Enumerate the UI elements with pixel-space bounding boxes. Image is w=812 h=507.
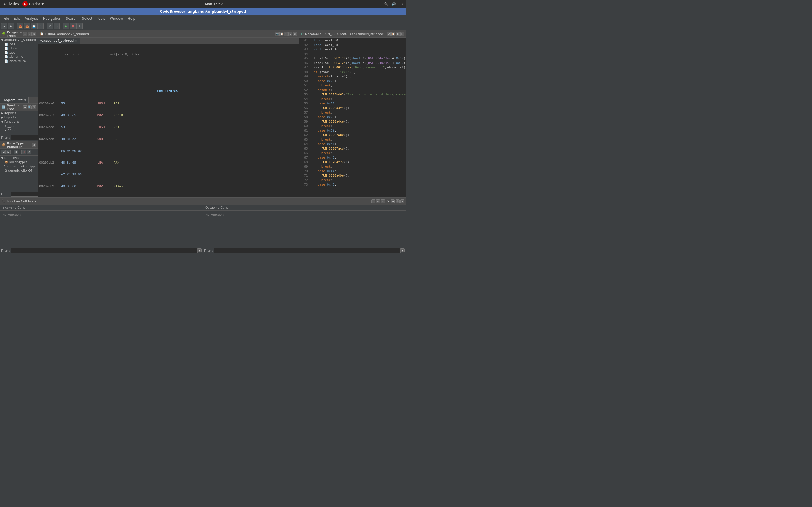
outgoing-filter-options-btn[interactable]: ▼ — [401, 248, 405, 252]
incoming-no-function: No Function — [2, 213, 20, 217]
tree-dynamic[interactable]: 📄 .dynamic — [0, 55, 38, 59]
activities-label[interactable]: Activities — [3, 2, 19, 6]
title-bar: CodeBrowser: angband:/angbandv4_stripped — [0, 8, 406, 15]
listing-close-btn[interactable]: ✕ — [293, 32, 297, 36]
menu-help[interactable]: Help — [125, 16, 138, 21]
ghidra-menu[interactable]: G Ghidra ▼ — [22, 1, 44, 7]
listing-row-2[interactable]: 00207eaa53PUSHRBX — [39, 125, 297, 129]
code-text-68: FUN_00204f22(1); — [310, 160, 351, 165]
menu-window[interactable]: Window — [107, 16, 125, 21]
menu-tools[interactable]: Tools — [95, 16, 108, 21]
line-num-56: 56 — [300, 106, 308, 110]
call-tree-settings-btn[interactable]: ⚙ — [396, 200, 400, 203]
decompile-header-btns: ↺ 📋 ⚙ ✕ — [387, 32, 404, 36]
symbol-exports[interactable]: ▶ Exports — [0, 115, 38, 119]
incoming-filter-input[interactable] — [11, 248, 198, 253]
listing-copy-btn[interactable]: 📋 — [280, 32, 283, 36]
call-tree-refresh-btn[interactable]: ↺ — [376, 200, 380, 203]
incoming-filter-label: Filter: — [1, 249, 10, 252]
symbol-functions[interactable]: ▼ Functions — [0, 119, 38, 124]
listing-mnem-3: SUB — [97, 137, 111, 142]
dtype-settings-btn[interactable]: ⚙ — [14, 150, 18, 154]
line-num-66: 66 — [300, 151, 308, 156]
tree-bss-label: .bss — [9, 42, 15, 46]
menu-file[interactable]: File — [1, 16, 11, 21]
listing-bytes-6: e7 f4 29 00 — [61, 172, 95, 177]
listing-row-5[interactable]: 00207eb248 8d 05LEARAX, — [39, 161, 297, 165]
tree-root[interactable]: ▼ angbandv4_stripped — [0, 38, 38, 42]
line-num-65: 65 — [300, 147, 308, 151]
toolbar-save[interactable]: 💾 — [31, 23, 37, 29]
outgoing-filter-input[interactable] — [214, 248, 401, 253]
decompile-refresh-btn[interactable]: ↺ — [387, 32, 391, 36]
listing-bytes-1: 48 89 e5 — [61, 113, 95, 118]
incoming-filter-options-btn[interactable]: ▼ — [198, 248, 202, 252]
menu-analysis[interactable]: Analysis — [22, 16, 41, 21]
dtype-angband[interactable]: 🗒 angbandv4_strippe — [0, 164, 38, 168]
toolbar-forward[interactable]: ▶ — [8, 23, 14, 29]
listing-cursor-btn[interactable]: ↖ — [284, 32, 288, 36]
listing-content[interactable]: undefined8 Stack[-0xt8]:8 loc FUN_00207e… — [38, 44, 299, 197]
tree-datarelro[interactable]: 📄 .data.rel.ro — [0, 59, 38, 63]
listing-row-0[interactable]: 00207ea655PUSHRBP — [39, 101, 297, 106]
menu-search[interactable]: Search — [64, 16, 80, 21]
program-tree-tab[interactable]: Program Tree ✕ — [0, 97, 29, 103]
symbol-imports[interactable]: ▶ Imports — [0, 111, 38, 115]
call-tree-expand-btn[interactable]: ⤢ — [381, 200, 385, 203]
code-text-63: break; — [310, 137, 333, 142]
dtype-forward-btn[interactable]: ▶ — [6, 150, 11, 154]
decompile-content[interactable]: 41 long local_30; 42 long local_28; 43 u… — [299, 38, 406, 197]
listing-tab-close[interactable]: ✕ — [75, 39, 77, 42]
symbol-tree-close-btn[interactable]: ✕ — [32, 105, 36, 109]
dtype-back-btn[interactable]: ◀ — [1, 150, 6, 154]
menu-edit[interactable]: Edit — [11, 16, 22, 21]
toolbar-settings[interactable]: ⚙ — [77, 23, 83, 29]
toolbar-stop[interactable]: ■ — [70, 23, 76, 29]
toolbar-back[interactable]: ◀ — [1, 23, 7, 29]
toolbar-close[interactable]: ✕ — [38, 23, 44, 29]
tree-got[interactable]: 📄 .got — [0, 50, 38, 55]
file-icon-data: 📄 — [4, 47, 8, 50]
listing-settings-btn[interactable]: ≡ — [289, 32, 292, 36]
code-text-67: case 0x43: — [310, 156, 336, 160]
listing-snapshot-btn[interactable]: 📷 — [275, 32, 279, 36]
symbol-functions-label: Functions — [4, 120, 19, 123]
toolbar-export[interactable]: 📤 — [24, 23, 30, 29]
dtype-delete-btn[interactable]: ✕ — [21, 150, 26, 154]
program-tree-tab-close[interactable]: ✕ — [24, 99, 26, 102]
menu-select[interactable]: Select — [80, 16, 95, 21]
dtype-close-btn[interactable]: ✕ — [32, 143, 36, 147]
call-tree-close-btn[interactable]: ✕ — [400, 200, 404, 203]
symbol-tree-add-btn[interactable]: + — [23, 105, 27, 109]
decompile-close-btn[interactable]: ✕ — [400, 32, 404, 36]
call-tree-export-btn[interactable]: ↪ — [391, 200, 395, 203]
menu-navigation[interactable]: Navigation — [41, 16, 64, 21]
symbol-func-dunder[interactable]: ▶ __... — [0, 124, 38, 128]
program-tree-add-btn[interactable]: + — [23, 32, 27, 36]
listing-row-1[interactable]: 00207ea748 89 e5MOVRBP,R — [39, 113, 297, 118]
dtype-builtin[interactable]: 📦 BuiltInTypes — [0, 160, 38, 164]
code-line-61: 61 case 0x3f: — [300, 128, 405, 133]
listing-tab[interactable]: *angbandv4_stripped ✕ — [38, 38, 80, 44]
tree-data[interactable]: 📄 .data — [0, 46, 38, 50]
dtype-data-types[interactable]: ▼ Data Types — [0, 156, 38, 160]
toolbar-redo[interactable]: ↪ — [54, 23, 60, 29]
symbol-tree-filter-btn[interactable]: 🔍 — [28, 105, 32, 109]
tree-bss[interactable]: 📄 .bss — [0, 42, 38, 46]
listing-row-3[interactable]: 00207eab48 81 ecSUBRSP, — [39, 137, 297, 142]
call-tree-home-btn[interactable]: ⌂ — [371, 200, 375, 203]
toolbar-import[interactable]: 📥 — [17, 23, 23, 29]
listing-header-btns: 📷 📋 ↖ ≡ ✕ — [275, 32, 297, 36]
toolbar-run[interactable]: ▶ — [63, 23, 69, 29]
dtype-refresh-btn[interactable]: ↺ — [27, 150, 31, 154]
code-line-68: 68 FUN_00204f22(1); — [300, 160, 405, 165]
decompile-settings-btn[interactable]: ⚙ — [396, 32, 400, 36]
decompile-copy-btn[interactable]: 📋 — [391, 32, 395, 36]
program-tree-del-btn[interactable]: - — [28, 32, 32, 36]
program-tree-close-btn[interactable]: ✕ — [32, 32, 36, 36]
power-icon[interactable]: ⏻ — [399, 2, 403, 6]
toolbar-undo[interactable]: ↩ — [47, 23, 53, 29]
symbol-func-fini[interactable]: ▶ fini... — [0, 128, 38, 132]
dtype-generic[interactable]: 🗒 generic_clib_64 — [0, 168, 38, 173]
listing-row-7[interactable]: 00207eb948 8b 00MOVRAX=> — [39, 184, 297, 189]
